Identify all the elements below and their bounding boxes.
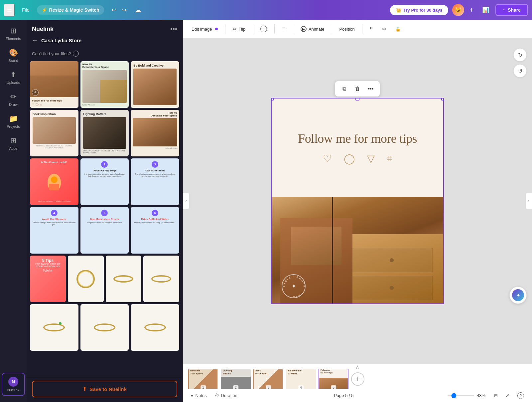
right-collapse-button[interactable]: › (525, 193, 532, 209)
sidebar-item-projects[interactable]: 📁 Projects (2, 111, 25, 132)
share-button[interactable]: ↑ Share (495, 4, 528, 16)
handle-tl[interactable] (271, 98, 274, 100)
resize-magic-button[interactable]: ⚡ Resize & Magic Switch (37, 5, 104, 15)
divider-6 (362, 24, 362, 34)
canvas-container: ⧉ 🗑 ••• (271, 98, 444, 304)
handle-tr[interactable] (441, 98, 444, 100)
help-button[interactable]: ? (515, 391, 527, 400)
clock-icon: ⏱ (215, 393, 219, 398)
bottom-center: Page 5 / 5 (334, 393, 353, 398)
rotate-button[interactable]: ↺ (513, 64, 527, 78)
panel-more-button[interactable]: ••• (170, 25, 177, 33)
jewelry-bangle (113, 275, 133, 283)
template-card-bold[interactable]: Be Bold and Creative (131, 61, 179, 108)
sidebar-item-uploads[interactable]: ⬆ Uploads (2, 67, 25, 88)
panel-title: Nuelink (32, 26, 54, 33)
page-thumb-5[interactable]: Follow mefor more tips 5 (319, 369, 348, 389)
template-card-jewelry-b3[interactable] (131, 304, 179, 351)
info-icon[interactable]: i (73, 51, 79, 57)
template-card-hot-showers[interactable]: 4 Avoid Hot Showers Shower using a bath … (30, 207, 78, 254)
page-thumb-4[interactable]: Be Bold andCreative 4 (286, 369, 316, 389)
jewelry-bangle3 (94, 323, 115, 331)
left-panel: Nuelink ••• ← Casa Lydia Store Can't fin… (27, 20, 183, 402)
sidebar-icons: ⊞ Elements 🎨 Brand ⬆ Uploads ✏ Draw 📁 Pr… (0, 20, 27, 402)
file-button[interactable]: File (19, 5, 33, 15)
template-card-avoid-soap[interactable]: 2 Avoid Using Soap It is best during the… (80, 158, 129, 205)
template-card-lighting[interactable]: Lighting Matters DISCOVER HOW THE RIGHT … (80, 110, 129, 156)
animate-button[interactable]: ▶ Animate (297, 24, 328, 34)
svg-text:LYDIA · GOODS · CASA ·: LYDIA · GOODS · CASA · (283, 276, 306, 298)
template-card-jewelry-b1[interactable] (30, 304, 78, 351)
template-label-13: 5 Tips (33, 258, 63, 263)
divider-1 (225, 24, 225, 34)
template-card-jewelry-bangle1[interactable] (106, 256, 142, 302)
redo-button[interactable]: ↪ (120, 4, 129, 16)
try-pro-button[interactable]: 👑 Try Pro for 30 days (390, 5, 448, 15)
more-options-button[interactable]: ••• (365, 83, 376, 95)
template-card-seek[interactable]: Seek Inspiration INSPIRED SPACES THROUGH… (30, 110, 78, 156)
avatar[interactable]: 🐱 (452, 4, 464, 16)
template-label-8: Avoid Using Soap (83, 169, 126, 172)
position-button[interactable]: Position (336, 25, 358, 34)
zoom-slider[interactable] (448, 395, 474, 396)
back-button[interactable]: ← (32, 37, 38, 44)
lines-button[interactable]: ≡ (279, 24, 289, 35)
handle-tm[interactable] (355, 98, 359, 100)
crop-button[interactable]: ✂ (379, 25, 389, 34)
brand-logo: ✦ LYDIA · GOODS · CASA · (282, 274, 306, 298)
template-card-jewelry-bangle2[interactable] (143, 256, 179, 302)
menu-button[interactable]: ☰ (4, 4, 15, 16)
magic-button[interactable]: ✦ (509, 287, 527, 304)
notes-button[interactable]: ≡ Notes (188, 392, 209, 399)
more-icon: ••• (368, 86, 374, 92)
add-page-button[interactable]: + (351, 372, 364, 386)
sidebar-item-elements[interactable]: ⊞ Elements (2, 23, 25, 44)
view-options-button[interactable]: ⊞ (491, 392, 500, 399)
page-thumb-2[interactable]: LightingMatters 2 (221, 369, 251, 389)
delete-button[interactable]: 🗑 (352, 83, 363, 95)
info-button[interactable]: i (257, 24, 270, 34)
analytics-button[interactable]: 📊 (480, 4, 491, 16)
template-label-4: Seek Inspiration (33, 112, 76, 116)
template-card-jewelry-b2[interactable] (80, 304, 129, 351)
edit-image-button[interactable]: Edit image (188, 25, 221, 34)
template-card-content[interactable]: Is This Content Useful? SAVE TO SHARE • … (30, 158, 78, 205)
flip-button[interactable]: ⇔ Flip (229, 25, 249, 34)
thumb-label-3: SeekInspiration (255, 369, 267, 375)
sidebar-item-nuelink[interactable]: N Nuelink (2, 373, 25, 396)
duration-button[interactable]: ⏱ Duration (212, 392, 240, 399)
sparkle-icon: ✦ (512, 289, 524, 301)
template-card-decorate1[interactable]: HOW TO Decorate Your Space Lydia Whitney (80, 61, 129, 108)
templates-row-4: 4 Avoid Hot Showers Shower using a bath … (30, 207, 179, 254)
template-card-moisturizer[interactable]: 5 Use Moisturizer Cream Using moisturize… (80, 207, 129, 254)
sidebar-item-brand[interactable]: 🎨 Brand (2, 45, 25, 66)
animate-icon: ▶ (301, 26, 307, 32)
save-to-nuelink-button[interactable]: ⬆ Save to Nuelink (32, 381, 177, 397)
page-thumb-1[interactable]: DecorateYour Space 1 (188, 369, 218, 389)
template-label-12: Drink Sufficient Water (133, 218, 177, 221)
undo-button[interactable]: ↩ (109, 4, 118, 16)
lock-icon: 🔓 (395, 27, 401, 32)
template-card-sunscreen[interactable]: 3 Use Sunscreen The effect cream sunscre… (131, 158, 179, 205)
cabinet-drawer2 (350, 276, 433, 300)
page-thumb-3[interactable]: SeekInspiration 3 (253, 369, 283, 389)
template-card-water[interactable]: 6 Drink Sufficient Water Drinking more w… (131, 207, 179, 254)
lock-button[interactable]: 🔓 (392, 25, 404, 34)
cabinet-drawer (350, 248, 433, 272)
fullscreen-button[interactable]: ⤢ (503, 392, 512, 399)
hide-panel-button[interactable]: ‹ (183, 193, 190, 209)
add-button[interactable]: + (467, 5, 476, 15)
template-card-5tips[interactable]: 5 Tips FOR TAKING CARE OF YOUR NAPS DURI… (30, 256, 66, 302)
back-navigation: ← Casa Lydia Store (27, 33, 183, 48)
template-card-jewelry-ring[interactable] (68, 256, 104, 302)
duplicate-button[interactable]: ⧉ (338, 83, 350, 95)
collapse-strip[interactable]: ∧ (183, 364, 532, 369)
refresh-button[interactable]: ↻ (513, 48, 527, 62)
sidebar-item-draw[interactable]: ✏ Draw (2, 89, 25, 110)
avatar-area: 🐱 + (452, 4, 476, 16)
panel-header: Nuelink ••• (27, 20, 183, 33)
grid-button[interactable]: ⠿ (366, 25, 376, 34)
template-card-follow[interactable]: Follow me for more tips ♡ ◯ △ ⚙ (30, 61, 78, 108)
sidebar-item-apps[interactable]: ⊞ Apps (2, 133, 25, 154)
template-card-decorate2[interactable]: HOW TO Decorate Your Space Lydia Whitney (131, 110, 179, 156)
